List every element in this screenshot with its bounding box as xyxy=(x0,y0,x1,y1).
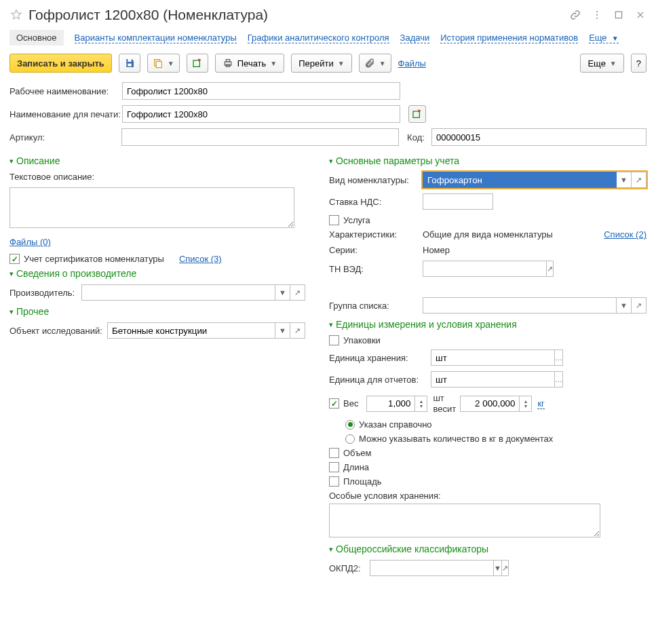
research-obj-dropdown-button[interactable]: ▼ xyxy=(275,322,290,339)
char-value: Общие для вида номенклатуры xyxy=(423,229,553,240)
kebab-icon[interactable] xyxy=(591,9,603,21)
kind-open-button[interactable]: ↗ xyxy=(632,172,647,188)
okpd-open-button[interactable]: ↗ xyxy=(502,560,509,576)
okpd-dropdown-button[interactable]: ▼ xyxy=(494,560,502,576)
params-section-head[interactable]: ▾Основные параметры учета xyxy=(329,155,647,166)
report-unit-label: Единица для отчетов: xyxy=(329,375,431,385)
save-close-button[interactable]: Записать и закрыть xyxy=(9,54,112,73)
weight-checkbox[interactable] xyxy=(329,398,339,409)
store-unit-label: Единица хранения: xyxy=(329,353,431,363)
close-icon[interactable] xyxy=(634,9,647,21)
save-button[interactable] xyxy=(119,54,140,73)
manufacturer-section-head[interactable]: ▾Сведения о производителе xyxy=(9,268,309,279)
weight-radio-ref[interactable] xyxy=(345,420,355,430)
work-name-label: Рабочее наименование: xyxy=(9,86,122,96)
report-unit-more-button[interactable]: … xyxy=(555,371,563,387)
goto-button[interactable]: Перейти▼ xyxy=(291,54,351,73)
report-unit-input[interactable] xyxy=(431,371,555,387)
tab-main[interactable]: Основное xyxy=(9,30,64,45)
work-name-input[interactable] xyxy=(122,82,400,100)
special-storage-input[interactable] xyxy=(329,504,600,537)
tnved-input[interactable] xyxy=(423,261,547,277)
weight-radio-docs[interactable] xyxy=(345,434,355,444)
manufacturer-open-button[interactable]: ↗ xyxy=(290,284,305,301)
okpd-input[interactable] xyxy=(370,560,494,576)
article-label: Артикул: xyxy=(9,132,121,143)
tab-graphs[interactable]: Графики аналитического контроля xyxy=(248,33,389,43)
copy-dropdown-button[interactable]: ▼ xyxy=(147,54,180,73)
research-obj-label: Объект исследований: xyxy=(9,326,107,336)
area-label: Площадь xyxy=(343,476,382,487)
kind-input[interactable] xyxy=(423,172,617,188)
tab-tasks[interactable]: Задачи xyxy=(400,33,430,43)
char-list-link[interactable]: Список (2) xyxy=(604,229,647,240)
tab-more[interactable]: Еще ▼ xyxy=(589,33,619,43)
tab-variants[interactable]: Варианты комплектации номенклатуры xyxy=(75,33,237,43)
favorite-star-icon[interactable] xyxy=(9,8,23,22)
weight-qty-input[interactable] xyxy=(366,396,415,412)
transaction-button[interactable] xyxy=(187,54,208,73)
link-icon[interactable] xyxy=(569,9,581,21)
okpd-label: ОКПД2: xyxy=(329,563,370,573)
cert-checkbox[interactable] xyxy=(9,254,20,264)
weight-val-input[interactable] xyxy=(460,396,520,412)
store-unit-input[interactable] xyxy=(431,349,555,366)
weight-radio-docs-label: Можно указывать количество в кг в докуме… xyxy=(359,434,553,444)
weight-radio-ref-label: Указан справочно xyxy=(359,419,432,430)
store-unit-more-button[interactable]: … xyxy=(555,349,563,366)
weight-mid-label: шт весит xyxy=(433,393,460,414)
packages-checkbox[interactable] xyxy=(329,335,339,345)
special-storage-label: Особые условия хранения: xyxy=(329,491,441,501)
tnved-open-button[interactable]: ↗ xyxy=(547,261,554,277)
group-list-input[interactable] xyxy=(423,297,617,314)
other-section-head[interactable]: ▾Прочее xyxy=(9,306,309,317)
files-link[interactable]: Файлы xyxy=(398,58,426,69)
weight-val-spin[interactable]: ▲▼ xyxy=(520,396,532,412)
length-checkbox[interactable] xyxy=(329,462,339,472)
vat-input[interactable] xyxy=(423,193,493,210)
code-input[interactable] xyxy=(431,128,647,146)
print-name-input[interactable] xyxy=(122,105,400,123)
service-label: Услуга xyxy=(343,215,370,225)
volume-label: Объем xyxy=(343,448,371,458)
manufacturer-dropdown-button[interactable]: ▼ xyxy=(275,284,290,301)
group-list-dropdown-button[interactable]: ▼ xyxy=(617,297,632,314)
text-desc-input[interactable] xyxy=(9,187,294,228)
description-section-head[interactable]: ▾Описание xyxy=(9,155,309,166)
series-label: Серии: xyxy=(329,245,423,255)
kind-dropdown-button[interactable]: ▼ xyxy=(617,172,632,188)
service-checkbox[interactable] xyxy=(329,215,339,225)
maximize-icon[interactable] xyxy=(613,9,625,21)
attach-button[interactable]: ▼ xyxy=(359,54,391,73)
research-obj-input[interactable] xyxy=(107,322,275,339)
svg-rect-7 xyxy=(156,61,161,67)
page-title: Гофролист 1200х80 (Номенклатура) xyxy=(28,7,569,23)
svg-rect-5 xyxy=(128,64,131,67)
volume-checkbox[interactable] xyxy=(329,448,339,458)
print-button[interactable]: Печать▼ xyxy=(215,54,285,73)
weight-unit-link[interactable]: кг xyxy=(537,398,544,409)
packages-label: Упаковки xyxy=(343,335,381,345)
svg-rect-4 xyxy=(128,59,131,62)
units-section-head[interactable]: ▾Единицы измерения и условия хранения xyxy=(329,319,647,330)
area-checkbox[interactable] xyxy=(329,476,339,487)
weight-qty-spin[interactable]: ▲▼ xyxy=(415,396,427,412)
tab-history[interactable]: История применения нормативов xyxy=(440,33,578,43)
cert-list-link[interactable]: Список (3) xyxy=(179,254,222,264)
print-name-action-button[interactable] xyxy=(408,105,426,123)
print-name-label: Наименование для печати: xyxy=(9,109,122,119)
code-label: Код: xyxy=(407,132,431,143)
group-list-open-button[interactable]: ↗ xyxy=(632,297,647,314)
manufacturer-input[interactable] xyxy=(81,284,275,301)
files-count-link[interactable]: Файлы (0) xyxy=(9,237,51,247)
cert-label: Учет сертификатов номенклатуры xyxy=(24,254,164,264)
weight-check-label: Вес xyxy=(343,398,358,409)
help-button[interactable]: ? xyxy=(631,54,647,73)
article-input[interactable] xyxy=(121,128,399,146)
group-list-label: Группа списка: xyxy=(329,301,423,311)
research-obj-open-button[interactable]: ↗ xyxy=(290,322,305,339)
more-button[interactable]: Еще▼ xyxy=(580,54,623,73)
classifiers-section-head[interactable]: ▾Общероссийские классификаторы xyxy=(329,544,647,554)
svg-point-1 xyxy=(596,14,598,16)
char-label: Характеристики: xyxy=(329,229,423,240)
